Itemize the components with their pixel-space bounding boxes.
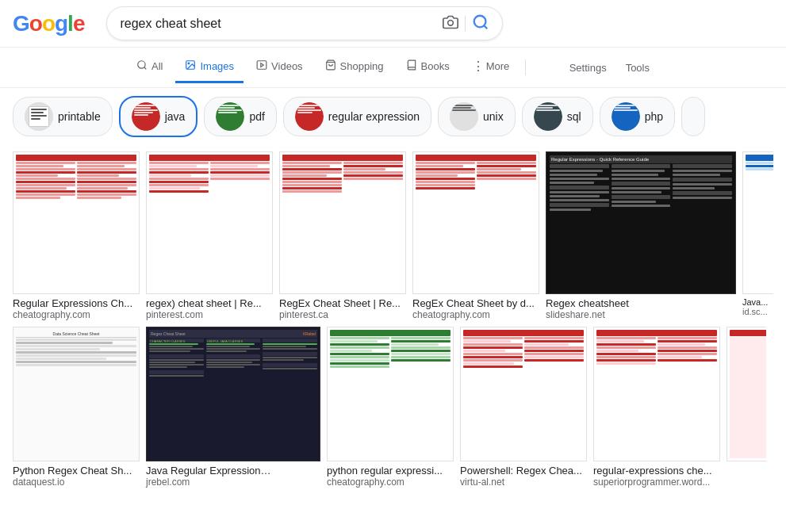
image-box-1: [13, 151, 140, 294]
chip-img-printable: [25, 102, 53, 131]
tab-videos[interactable]: Videos: [247, 52, 312, 83]
image-box-5: Regular Expressions - Quick Reference Gu…: [546, 151, 736, 294]
filter-chips-row: printable java: [0, 88, 786, 145]
search-submit-icon[interactable]: [472, 13, 489, 33]
images-container: Regular Expressions Ch... cheatography.c…: [0, 145, 786, 500]
image-box-10: [460, 327, 587, 461]
svg-point-6: [189, 63, 190, 64]
chip-img-pdf: [216, 102, 244, 131]
image-source-10: virtu-al.net: [460, 477, 587, 488]
image-item-2[interactable]: regex) cheat sheet | Re... pinterest.com: [146, 151, 273, 320]
settings-link[interactable]: Settings: [560, 54, 616, 82]
image-item-6[interactable]: Java... id.sc...: [742, 151, 773, 316]
image-source-4: cheatography.com: [412, 309, 539, 320]
svg-line-4: [144, 67, 147, 70]
nav-divider: [525, 59, 526, 75]
image-box-2: [146, 151, 273, 294]
chip-img-unix: [450, 102, 478, 131]
tools-link[interactable]: Tools: [616, 54, 659, 82]
image-source-2: pinterest.com: [146, 309, 273, 320]
tab-all[interactable]: All: [127, 52, 172, 83]
image-item-8[interactable]: Regex Cheat Sheet XRebel CHARACTER CLASS…: [146, 327, 320, 488]
image-item-11[interactable]: regular-expressions che... superiorprogr…: [593, 327, 720, 488]
chip-img-sql: [534, 102, 562, 131]
image-title-10: Powershell: Regex Chea...: [460, 465, 587, 477]
search-input[interactable]: [120, 17, 436, 31]
image-box-4: [412, 151, 539, 294]
chip-img-java: [132, 102, 160, 131]
tab-images[interactable]: Images: [175, 52, 243, 83]
filter-chip-pdf[interactable]: pdf: [204, 97, 276, 136]
images-row-1: Regular Expressions Ch... cheatography.c…: [13, 151, 773, 320]
filter-chip-php[interactable]: php: [600, 97, 675, 136]
filter-chip-java[interactable]: java: [119, 96, 198, 137]
image-title-11: regular-expressions che...: [593, 465, 720, 477]
filter-chip-sql[interactable]: sql: [522, 97, 593, 136]
chip-img-regular-expression: [295, 102, 324, 131]
chip-img-php: [612, 102, 640, 131]
google-logo: Google: [13, 11, 84, 36]
search-bar: [106, 6, 503, 40]
all-icon: [136, 59, 148, 73]
image-title-8: Java Regular Expressions Cheat Sheet ...: [146, 465, 273, 477]
image-box-11: [593, 327, 720, 461]
image-item-1[interactable]: Regular Expressions Ch... cheatography.c…: [13, 151, 140, 320]
image-box-9: [327, 327, 454, 461]
image-source-7: dataquest.io: [13, 477, 140, 488]
image-source-5: slideshare.net: [546, 309, 736, 320]
filter-chip-unix[interactable]: unix: [438, 97, 516, 136]
nav-right: Settings Tools: [560, 54, 659, 82]
svg-rect-7: [257, 61, 266, 70]
header: Google: [0, 0, 786, 48]
image-source-11: superiorprogrammer.word...: [593, 477, 720, 488]
image-item-12[interactable]: [727, 327, 766, 488]
image-item-10[interactable]: Powershell: Regex Chea... virtu-al.net: [460, 327, 587, 488]
image-source-8: jrebel.com: [146, 477, 320, 488]
tab-books[interactable]: Books: [397, 52, 459, 83]
filter-chip-regular-expression[interactable]: regular expression: [283, 97, 431, 136]
image-title-7: Python Regex Cheat Sh...: [13, 465, 140, 477]
svg-point-1: [474, 16, 486, 28]
images-row-2: Data Science Cheat Sheet: [13, 327, 773, 488]
search-icons: [443, 13, 489, 33]
svg-line-2: [485, 25, 488, 29]
image-item-5[interactable]: Regular Expressions - Quick Reference Gu…: [546, 151, 736, 320]
image-title-9: python regular expressi...: [327, 465, 454, 477]
image-item-7[interactable]: Data Science Cheat Sheet: [13, 327, 140, 488]
tab-more[interactable]: ⋮ More: [462, 51, 520, 84]
image-title-2: regex) cheat sheet | Re...: [146, 297, 273, 309]
image-title-1: Regular Expressions Ch...: [13, 297, 140, 309]
image-source-6: id.sc...: [742, 307, 773, 316]
videos-icon: [256, 59, 267, 73]
image-box-7: Data Science Cheat Sheet: [13, 327, 140, 461]
image-item-4[interactable]: RegEx Cheat Sheet by d... cheatography.c…: [412, 151, 539, 320]
image-source-3: pinterest.ca: [279, 309, 406, 320]
svg-point-0: [448, 21, 454, 26]
nav-tabs: All Images Videos Shopping Books ⋮ More …: [0, 48, 786, 88]
books-icon: [406, 59, 417, 73]
image-item-3[interactable]: RegEx Cheat Sheet | Re... pinterest.ca: [279, 151, 406, 320]
images-icon: [185, 59, 196, 73]
camera-icon[interactable]: [443, 14, 458, 33]
tab-shopping[interactable]: Shopping: [316, 52, 393, 83]
filter-chip-printable[interactable]: printable: [13, 97, 113, 136]
image-item-9[interactable]: python regular expressi... cheatography.…: [327, 327, 454, 488]
image-title-3: RegEx Cheat Sheet | Re...: [279, 297, 406, 309]
svg-point-3: [138, 61, 145, 68]
image-source-1: cheatography.com: [13, 309, 140, 320]
image-box-12: [727, 327, 766, 461]
filter-chip-next[interactable]: [681, 97, 705, 136]
image-title-6: Java...: [742, 297, 773, 307]
more-dots-icon: ⋮: [472, 59, 485, 74]
svg-marker-8: [261, 63, 264, 67]
image-source-9: cheatography.com: [327, 477, 454, 488]
image-box-3: [279, 151, 406, 294]
image-box-8: Regex Cheat Sheet XRebel CHARACTER CLASS…: [146, 327, 320, 461]
shopping-icon: [325, 59, 336, 73]
image-box-6: [742, 151, 773, 294]
image-title-5: Regex cheatsheet: [546, 297, 673, 309]
image-title-4: RegEx Cheat Sheet by d...: [412, 297, 539, 309]
